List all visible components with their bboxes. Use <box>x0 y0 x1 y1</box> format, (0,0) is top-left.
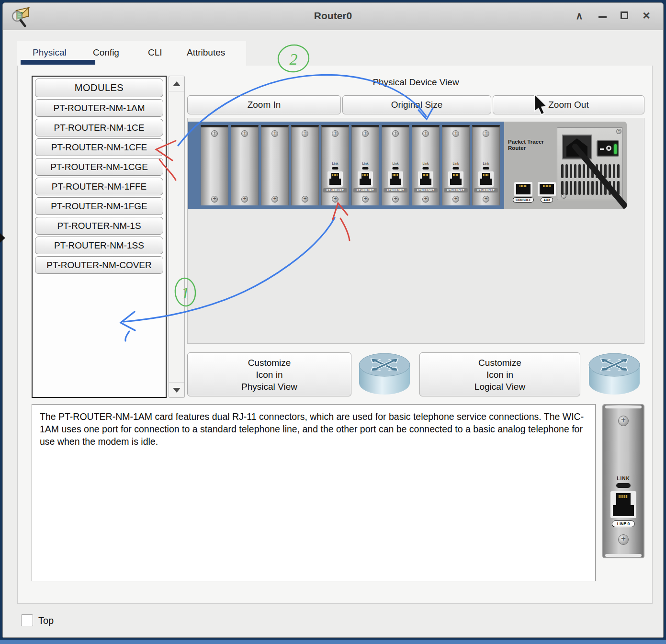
wic-module-slot[interactable]: LinkETHERNET <box>472 125 500 205</box>
module-item-button[interactable]: PT-ROUTER-NM-1AM <box>35 99 163 117</box>
preview-line0-label: LINE 0 <box>612 520 635 527</box>
modules-header: MODULES <box>35 79 163 97</box>
top-checkbox-label: Top <box>38 615 54 626</box>
aux-port[interactable]: AUX <box>538 182 556 203</box>
tab-physical[interactable]: Physical <box>33 47 67 58</box>
module-preview-card: LINK LINE 0 <box>602 404 644 558</box>
module-slot-bay[interactable]: LinkETHERNETLinkETHERNETLinkETHERNETLink… <box>188 122 504 209</box>
module-item-button[interactable]: PT-ROUTER-NM-1FFE <box>35 178 163 195</box>
power-plug <box>566 138 587 157</box>
module-item-button[interactable]: PT-ROUTER-NM-1CE <box>35 119 163 136</box>
packet-tracer-device-window: Router0 ∧ ✕ Physical Config CLI Attribut… <box>0 0 666 644</box>
tab-config[interactable]: Config <box>93 47 119 58</box>
router-chassis-image[interactable]: LinkETHERNETLinkETHERNETLinkETHERNETLink… <box>188 122 627 209</box>
module-item-button[interactable]: PT-ROUTER-NM-1FGE <box>35 197 163 215</box>
scroll-up-icon[interactable] <box>169 76 184 91</box>
wic-module-slot[interactable]: LinkETHERNET <box>382 125 409 205</box>
zoom-out-button[interactable]: Zoom Out <box>493 95 644 114</box>
wic-module-slot[interactable]: LinkETHERNET <box>412 125 440 205</box>
wic-module-slot[interactable]: LinkETHERNET <box>321 125 349 205</box>
blank-slot-cover[interactable] <box>261 125 289 205</box>
preview-rj11-port <box>610 491 636 518</box>
customize-icon-logical-button[interactable]: Customize Icon in Logical View <box>419 352 580 396</box>
chassis-power-section: Packet Tracer Router CONSOLE <box>504 122 627 209</box>
blank-slot-cover[interactable] <box>231 125 259 205</box>
active-tab-underline <box>21 60 95 65</box>
power-supply-panel <box>557 127 623 200</box>
wic-module-slot[interactable]: LinkETHERNET <box>442 125 470 205</box>
desktop-edge <box>0 640 666 644</box>
modules-list: MODULES PT-ROUTER-NM-1AMPT-ROUTER-NM-1CE… <box>32 76 167 398</box>
module-description-text: The PT-ROUTER-NM-1AM card features dual … <box>32 404 596 581</box>
power-switch[interactable] <box>597 140 619 157</box>
router-icon <box>356 351 413 397</box>
close-window-icon[interactable]: ✕ <box>639 9 654 23</box>
power-inlet <box>562 135 592 159</box>
power-led <box>614 144 617 154</box>
scroll-down-icon[interactable] <box>169 382 184 397</box>
screw-icon <box>618 534 629 545</box>
management-ports: CONSOLE AUX <box>513 182 556 203</box>
aux-port-label: AUX <box>541 197 553 203</box>
screw-icon <box>616 129 621 134</box>
module-item-button[interactable]: PT-ROUTER-NM-1S <box>35 217 163 235</box>
maximize-window-icon[interactable] <box>617 9 632 23</box>
blank-slot-cover[interactable] <box>201 125 228 205</box>
preview-link-label: LINK <box>603 476 643 481</box>
wic-module-slot[interactable]: LinkETHERNET <box>351 125 379 205</box>
window-title: Router0 <box>3 10 663 22</box>
module-item-button[interactable]: PT-ROUTER-NM-1CGE <box>35 158 163 176</box>
device-brand-label: Packet Tracer Router <box>508 139 557 151</box>
customize-icon-physical-button[interactable]: Customize Icon in Physical View <box>187 352 351 396</box>
top-checkbox[interactable] <box>21 614 33 626</box>
preview-link-led <box>616 483 631 488</box>
shade-window-icon[interactable]: ∧ <box>572 9 587 23</box>
router0-window: Router0 ∧ ✕ Physical Config CLI Attribut… <box>2 2 664 638</box>
screw-icon <box>618 416 629 426</box>
module-item-button[interactable]: PT-ROUTER-NM-1SS <box>35 237 163 254</box>
minimize-window-icon[interactable] <box>595 9 610 23</box>
router-icon <box>586 351 643 397</box>
vent-grille <box>561 164 620 195</box>
module-item-button[interactable]: PT-ROUTER-NM-1CFE <box>35 138 163 156</box>
console-port[interactable]: CONSOLE <box>513 182 534 203</box>
modules-scrollbar[interactable] <box>169 76 185 398</box>
title-bar[interactable]: Router0 ∧ ✕ <box>3 3 663 30</box>
original-size-button[interactable]: Original Size <box>342 95 491 114</box>
zoom-in-button[interactable]: Zoom In <box>187 95 341 114</box>
tab-attributes[interactable]: Attributes <box>187 47 225 58</box>
blank-slot-cover[interactable] <box>291 125 319 205</box>
tab-cli[interactable]: CLI <box>148 47 162 58</box>
console-port-label: CONSOLE <box>513 197 534 203</box>
physical-device-view-title: Physical Device View <box>187 77 644 88</box>
module-item-button[interactable]: PT-ROUTER-NM-COVER <box>35 256 163 274</box>
